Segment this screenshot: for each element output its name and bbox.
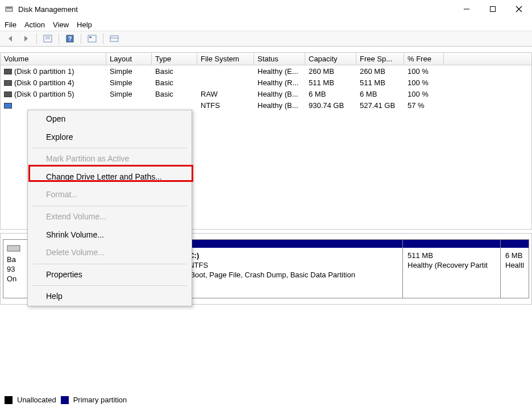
volume-row[interactable]: NTFS Healthy (B... 930.74 GB 527.41 GB 5… [1,99,531,111]
maximize-button[interactable] [480,0,506,18]
drive-icon [4,69,12,74]
svg-rect-11 [88,35,96,42]
toolbar-icon-2[interactable] [86,32,98,45]
column-spacer [444,53,531,65]
drive-icon [4,80,12,86]
minimize-button[interactable] [454,0,480,18]
column-filesystem[interactable]: File System [197,53,254,65]
volume-row[interactable]: (Disk 0 partition 5) Simple Basic RAW He… [1,88,531,99]
context-separator [32,285,187,286]
partition-body: ows (C:) 4 GB NTFS althy (Boot, Page Fil… [165,248,402,298]
forward-button[interactable] [19,32,32,45]
context-menu: Open Explore Mark Partition as Active Ch… [27,110,192,306]
partition-box[interactable]: 511 MB Healthy (Recovery Partit [403,239,501,298]
volume-list-header: Volume Layout Type File System Status Ca… [1,53,531,65]
legend: Unallocated Primary partition [5,396,127,404]
close-button[interactable] [506,0,532,18]
volume-name: (Disk 0 partition 4) [1,78,106,88]
volume-row[interactable]: (Disk 0 partition 4) Simple Basic Health… [1,77,531,88]
menu-action[interactable]: Action [24,20,45,29]
titlebar: Disk Management [0,0,532,18]
context-properties[interactable]: Properties [28,266,192,284]
toolbar-separator [36,34,37,44]
partition-box[interactable]: ows (C:) 4 GB NTFS althy (Boot, Page Fil… [165,239,403,298]
legend-label-primary: Primary partition [73,396,127,404]
context-shrink-volume[interactable]: Shrink Volume... [28,226,192,244]
partition-header-bar [165,240,402,248]
volume-name: (Disk 0 partition 1) [1,66,106,76]
app-icon [5,5,14,14]
toolbar-icon-3[interactable] [108,32,120,45]
context-help[interactable]: Help [28,288,192,306]
column-pctfree[interactable]: % Free [404,53,444,65]
column-volume[interactable]: Volume [1,53,106,65]
context-extend-volume: Extend Volume... [28,208,192,226]
svg-rect-1 [6,7,12,9]
volume-name [1,101,106,110]
window-controls [454,0,532,18]
context-delete-volume: Delete Volume... [28,244,192,262]
partition-body: 6 MB Healtl [501,248,529,298]
partition-box[interactable]: 6 MB Healtl [501,239,529,298]
context-mark-active: Mark Partition as Active [28,150,192,168]
column-status[interactable]: Status [254,53,305,65]
legend-label-unallocated: Unallocated [17,396,56,404]
toolbar-separator [81,34,81,44]
toolbar-separator [103,34,103,44]
toolbar-separator [59,34,59,44]
back-button[interactable] [5,32,17,45]
disk-icon [7,243,20,253]
column-freespace[interactable]: Free Sp... [356,53,404,65]
context-open[interactable]: Open [28,110,192,128]
column-type[interactable]: Type [152,53,197,65]
context-explore[interactable]: Explore [28,128,192,147]
partition-header-bar [501,240,529,248]
menubar: File Action View Help [0,18,532,31]
help-icon[interactable]: ? [64,32,76,45]
drive-icon [4,92,12,97]
svg-rect-12 [89,36,92,38]
volume-name: (Disk 0 partition 5) [1,89,106,99]
volume-row[interactable]: (Disk 0 partition 1) Simple Basic Health… [1,65,531,77]
menu-file[interactable]: File [5,20,16,29]
column-capacity[interactable]: Capacity [305,53,356,65]
legend-swatch-unallocated [5,396,13,404]
toolbar-icon-1[interactable] [41,32,54,45]
column-layout[interactable]: Layout [106,53,152,65]
context-separator [32,264,187,264]
menu-view[interactable]: View [53,20,69,29]
context-change-drive-letter[interactable]: Change Drive Letter and Paths... [28,168,192,186]
svg-rect-15 [7,246,20,251]
partition-body: 511 MB Healthy (Recovery Partit [403,248,500,298]
svg-text:?: ? [68,35,72,42]
context-format: Format... [28,186,192,204]
partition-header-bar [403,240,500,248]
legend-swatch-primary [61,396,69,404]
window-title: Disk Management [18,5,454,14]
drive-icon [4,103,12,109]
context-separator [32,148,187,148]
context-separator [32,206,187,206]
menu-help[interactable]: Help [77,20,92,29]
svg-rect-3 [491,7,496,12]
toolbar: ? [0,31,532,47]
svg-rect-13 [110,36,118,41]
